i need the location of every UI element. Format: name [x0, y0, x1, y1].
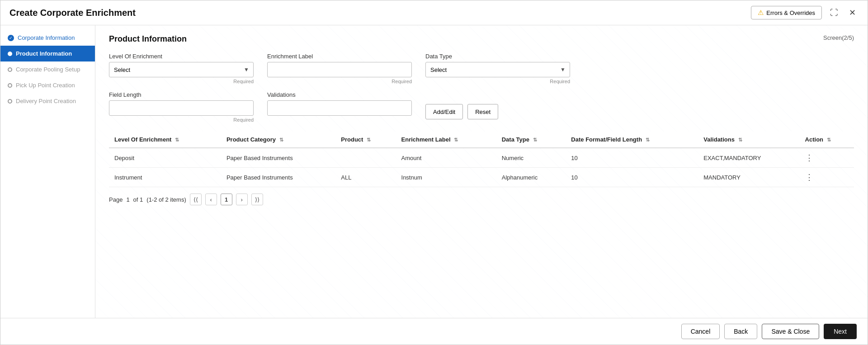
data-type-label: Data Type [425, 53, 570, 60]
cell-dt-1: Numeric [496, 148, 566, 168]
reset-button[interactable]: Reset [467, 104, 498, 119]
maximize-button[interactable]: ⛶ [827, 7, 841, 19]
form-row-1: Level Of Enrichment Select ▼ Required En… [109, 53, 854, 84]
cell-pc-2: Paper Based Instruments [221, 168, 335, 187]
cell-prod-2: ALL [335, 168, 396, 187]
sort-icon-dffl[interactable]: ⇅ [646, 137, 650, 142]
sidebar-label-delivery-point-creation: Delivery Point Creation [16, 98, 76, 104]
col-header-data-type: Data Type ⇅ [496, 132, 566, 148]
sidebar-label-pick-up-point-creation: Pick Up Point Creation [16, 82, 75, 89]
sidebar-label-product-information: Product Information [16, 50, 72, 57]
enrichment-label-required: Required [267, 79, 412, 84]
sidebar-label-corporate-pooling-setup: Corporate Pooling Setup [16, 66, 80, 73]
add-edit-button[interactable]: Add/Edit [425, 104, 463, 119]
modal-footer: Cancel Back Save & Close Next [0, 318, 868, 345]
sidebar-item-delivery-point-creation[interactable]: Delivery Point Creation [0, 93, 95, 109]
cell-loe-1: Deposit [109, 148, 221, 168]
level-of-enrichment-label: Level Of Enrichment [109, 53, 254, 60]
enrichment-label-input[interactable] [267, 62, 412, 77]
data-type-select[interactable]: Select [425, 62, 570, 77]
cell-action-2[interactable]: ⋮ [800, 168, 854, 187]
level-of-enrichment-required: Required [109, 79, 254, 84]
col-header-action: Action ⇅ [800, 132, 854, 148]
first-page-button[interactable]: ⟨⟨ [190, 194, 202, 205]
cell-val-2: MANDATORY [698, 168, 799, 187]
data-type-wrapper: Select ▼ [425, 62, 570, 77]
page-text: Page [109, 196, 123, 203]
cell-dt-2: Alphanumeric [496, 168, 566, 187]
cell-el-2: Instnum [396, 168, 496, 187]
table-row: Deposit Paper Based Instruments Amount N… [109, 148, 854, 168]
validations-input[interactable] [267, 100, 412, 116]
level-of-enrichment-group: Level Of Enrichment Select ▼ Required [109, 53, 254, 84]
cell-dffl-1: 10 [566, 148, 698, 168]
field-length-group: Field Length Required [109, 91, 254, 123]
row-action-menu-1[interactable]: ⋮ [805, 153, 814, 162]
header-actions: ⚠ Errors & Overrides ⛶ ✕ [751, 6, 859, 19]
sidebar-item-corporate-information[interactable]: ✓ Corporate Information [0, 30, 95, 46]
step-check-icon: ✓ [8, 35, 14, 41]
sort-icon-pc[interactable]: ⇅ [279, 137, 283, 142]
col-header-product-category: Product Category ⇅ [221, 132, 335, 148]
cell-val-1: EXACT,MANDATORY [698, 148, 799, 168]
cell-pc-1: Paper Based Instruments [221, 148, 335, 168]
cell-dffl-2: 10 [566, 168, 698, 187]
col-header-date-format-field-length: Date Format/Field Length ⇅ [566, 132, 698, 148]
level-of-enrichment-wrapper: Select ▼ [109, 62, 254, 77]
field-length-required: Required [109, 117, 254, 123]
next-button[interactable]: Next [824, 324, 857, 339]
current-page-num: 1 [126, 196, 129, 203]
errors-label: Errors & Overrides [766, 9, 815, 16]
cancel-button[interactable]: Cancel [681, 324, 720, 339]
cell-prod-1 [335, 148, 396, 168]
col-header-validations: Validations ⇅ [698, 132, 799, 148]
cell-loe-2: Instrument [109, 168, 221, 187]
last-page-button[interactable]: ⟩⟩ [251, 194, 263, 205]
sort-icon-act[interactable]: ⇅ [827, 137, 831, 142]
modal-title: Create Corporate Enrichment [9, 8, 136, 18]
close-button[interactable]: ✕ [846, 7, 859, 19]
prev-page-button[interactable]: ‹ [205, 194, 217, 205]
validations-group: Validations [267, 91, 412, 123]
step-dot-icon-2 [8, 67, 12, 72]
page-number-button[interactable]: 1 [221, 194, 232, 205]
col-header-product: Product ⇅ [335, 132, 396, 148]
sort-icon-prod[interactable]: ⇅ [367, 137, 371, 142]
sidebar: ✓ Corporate Information Product Informat… [0, 25, 95, 318]
save-close-button[interactable]: Save & Close [762, 324, 819, 339]
enrichment-label-group: Enrichment Label Required [267, 53, 412, 84]
step-dot-icon-3 [8, 83, 12, 88]
row-action-menu-2[interactable]: ⋮ [805, 173, 814, 182]
step-dot-icon-4 [8, 99, 12, 104]
back-button[interactable]: Back [724, 324, 757, 339]
validations-label: Validations [267, 91, 412, 98]
col-header-enrichment-label: Enrichment Label ⇅ [396, 132, 496, 148]
data-type-group: Data Type Select ▼ Required [425, 53, 570, 84]
product-information-table: Level Of Enrichment ⇅ Product Category ⇅… [109, 132, 854, 187]
cell-action-1[interactable]: ⋮ [800, 148, 854, 168]
of-label: of 1 [133, 196, 143, 203]
level-of-enrichment-select[interactable]: Select [109, 62, 254, 77]
table-header-row: Level Of Enrichment ⇅ Product Category ⇅… [109, 132, 854, 148]
errors-overrides-button[interactable]: ⚠ Errors & Overrides [751, 6, 822, 19]
sidebar-label-corporate-information: Corporate Information [18, 34, 75, 41]
field-length-input[interactable] [109, 100, 254, 116]
main-content: Screen(2/5) Product Information Level Of… [95, 25, 868, 318]
sidebar-item-product-information[interactable]: Product Information [0, 46, 95, 61]
table-row: Instrument Paper Based Instruments ALL I… [109, 168, 854, 187]
sidebar-item-corporate-pooling-setup[interactable]: Corporate Pooling Setup [0, 61, 95, 77]
next-page-button[interactable]: › [236, 194, 248, 205]
section-title: Product Information [109, 34, 854, 44]
enrichment-label-label: Enrichment Label [267, 53, 412, 60]
form-row-2: Field Length Required Validations Add/Ed… [109, 91, 854, 123]
sidebar-item-pick-up-point-creation[interactable]: Pick Up Point Creation [0, 77, 95, 93]
form-actions: Add/Edit Reset [425, 91, 498, 123]
warning-icon: ⚠ [758, 9, 764, 17]
sort-icon-dt[interactable]: ⇅ [533, 137, 537, 142]
data-type-required: Required [425, 79, 570, 84]
cell-el-1: Amount [396, 148, 496, 168]
col-header-level-of-enrichment: Level Of Enrichment ⇅ [109, 132, 221, 148]
sort-icon-loe[interactable]: ⇅ [175, 137, 179, 142]
sort-icon-val[interactable]: ⇅ [738, 137, 742, 142]
sort-icon-el[interactable]: ⇅ [454, 137, 458, 142]
